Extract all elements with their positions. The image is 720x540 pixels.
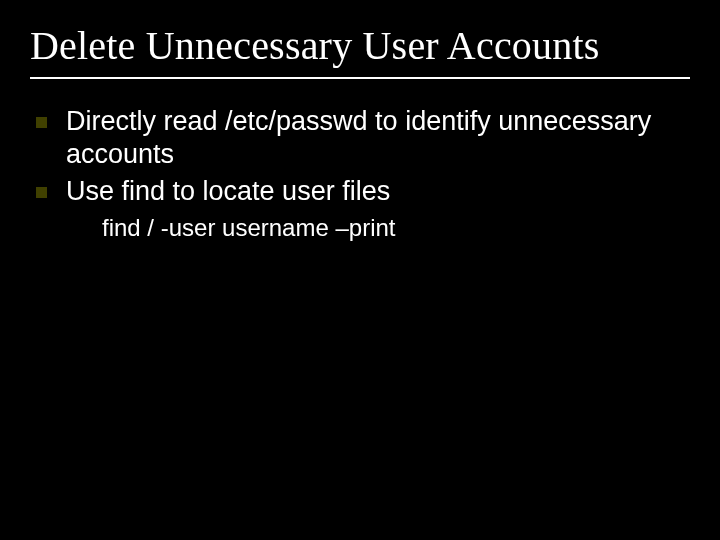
bullet-item: Directly read /etc/passwd to identify un… bbox=[30, 105, 690, 171]
bullet-item: Use find to locate user files bbox=[30, 175, 690, 208]
slide-title: Delete Unnecessary User Accounts bbox=[30, 22, 690, 79]
square-bullet-icon bbox=[36, 117, 47, 128]
sub-item-text: find / -user username –print bbox=[102, 214, 690, 242]
bullet-text: Use find to locate user files bbox=[66, 176, 390, 206]
bullet-list: Directly read /etc/passwd to identify un… bbox=[30, 105, 690, 208]
square-bullet-icon bbox=[36, 187, 47, 198]
bullet-text: Directly read /etc/passwd to identify un… bbox=[66, 106, 651, 169]
